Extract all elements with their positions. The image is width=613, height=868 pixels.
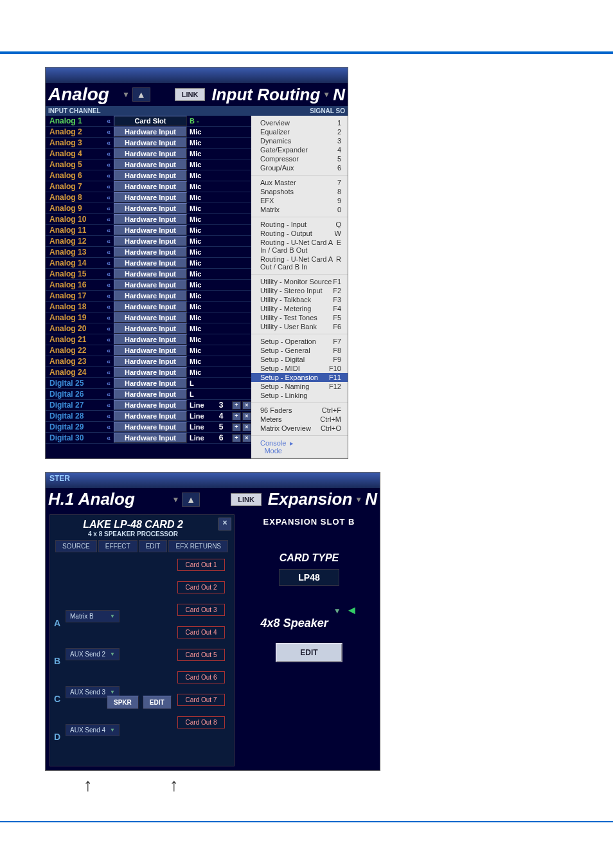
menu-item[interactable]: Gate/Expander4 <box>251 145 348 154</box>
channel-row[interactable]: Analog 13 « Hardware Input Mic <box>46 247 251 258</box>
menu-item[interactable]: Setup - NamingF12 <box>251 382 348 391</box>
channel-row[interactable]: Analog 7 « Hardware Input Mic <box>46 181 251 192</box>
menu-item[interactable]: EFX9 <box>251 196 348 205</box>
menu-item[interactable]: Utility - TalkbackF3 <box>251 295 348 304</box>
source-button[interactable]: Hardware Input <box>114 356 187 366</box>
channel-row[interactable]: Analog 12 « Hardware Input Mic <box>46 236 251 247</box>
menu-item[interactable]: Setup - DigitalF9 <box>251 355 348 364</box>
plus-button[interactable]: + <box>232 423 241 431</box>
menu-item[interactable]: Equalizer2 <box>251 127 348 136</box>
channel-row[interactable]: Digital 26 « Hardware Input L <box>46 389 251 400</box>
close-button[interactable]: × <box>242 434 251 442</box>
menu-item[interactable]: Setup - Linking <box>251 391 348 400</box>
card-type-value[interactable]: LP48 <box>279 569 339 586</box>
menu-item[interactable]: Routing - OutputW <box>251 229 348 238</box>
dropdown-icon[interactable]: ▼ <box>323 90 330 99</box>
menu-item[interactable]: Setup - GeneralF8 <box>251 346 348 355</box>
channel-row[interactable]: Digital 30 « Hardware Input Line 6+× <box>46 433 251 444</box>
channel-row[interactable]: Analog 5 « Hardware Input Mic <box>46 159 251 170</box>
edit-button[interactable]: EDIT <box>143 696 172 709</box>
source-button[interactable]: Hardware Input <box>114 312 187 323</box>
page-title[interactable]: Expansion <box>268 489 352 509</box>
channel-row[interactable]: Analog 23 « Hardware Input Mic <box>46 356 251 367</box>
menu-item[interactable]: Group/Aux6 <box>251 163 348 172</box>
channel-row[interactable]: Analog 4 « Hardware Input Mic <box>46 149 251 159</box>
menu-item[interactable]: Utility - Monitor SourceF1 <box>251 277 348 286</box>
plus-button[interactable]: + <box>232 412 241 420</box>
source-button[interactable]: Hardware Input <box>114 247 187 257</box>
source-button[interactable]: Hardware Input <box>114 181 187 192</box>
tab[interactable]: EDIT <box>139 540 168 552</box>
plus-button[interactable]: + <box>232 434 241 442</box>
menu-item[interactable]: Routing - U-Net Card A Out / Card B InR <box>251 255 348 271</box>
dropdown-icon[interactable]: ▼ <box>172 495 179 504</box>
menu-item[interactable]: Utility - Stereo InputF2 <box>251 286 348 295</box>
card-out-button[interactable]: Card Out 3 <box>177 604 225 616</box>
card-out-button[interactable]: Card Out 8 <box>177 716 225 728</box>
card-out-button[interactable]: Card Out 6 <box>177 671 225 683</box>
channel-row[interactable]: Analog 1 « Card Slot B - <box>46 116 251 127</box>
tab[interactable]: EFFECT <box>98 540 138 552</box>
channel-row[interactable]: Analog 8 « Hardware Input Mic <box>46 192 251 203</box>
dropdown-icon[interactable]: ▼ <box>122 90 130 99</box>
channel-row[interactable]: Digital 27 « Hardware Input Line 3+× <box>46 400 251 411</box>
channel-row[interactable]: Analog 20 « Hardware Input Mic <box>46 323 251 334</box>
source-button[interactable]: Hardware Input <box>114 334 187 345</box>
source-button[interactable]: Hardware Input <box>114 345 187 356</box>
channel-row[interactable]: Analog 19 « Hardware Input Mic <box>46 312 251 323</box>
channel-row[interactable]: Analog 21 « Hardware Input Mic <box>46 334 251 345</box>
channel-row[interactable]: Analog 10 « Hardware Input Mic <box>46 214 251 225</box>
channel-title[interactable]: H.1 Analog <box>48 489 169 509</box>
source-button[interactable]: Hardware Input <box>114 433 187 443</box>
menu-item[interactable]: Setup - ExpansionF11 <box>251 373 348 382</box>
channel-row[interactable]: Analog 14 « Hardware Input Mic <box>46 258 251 269</box>
source-button[interactable]: Hardware Input <box>114 367 187 377</box>
source-select[interactable]: AUX Send 2▼ <box>66 648 120 660</box>
channel-row[interactable]: Analog 24 « Hardware Input Mic <box>46 367 251 378</box>
source-button[interactable]: Hardware Input <box>114 280 187 290</box>
source-button[interactable]: Hardware Input <box>114 400 187 410</box>
channel-row[interactable]: Analog 11 « Hardware Input Mic <box>46 225 251 236</box>
edit-button[interactable]: EDIT <box>276 643 342 662</box>
source-button[interactable]: Hardware Input <box>114 258 187 268</box>
source-button[interactable]: Card Slot <box>114 116 187 126</box>
source-button[interactable]: Hardware Input <box>114 214 187 224</box>
source-button[interactable]: Hardware Input <box>114 389 187 399</box>
menu-item[interactable]: Matrix OverviewCtrl+O <box>251 424 348 433</box>
menu-item[interactable]: Console Mode <box>251 439 277 455</box>
source-button[interactable]: Hardware Input <box>114 159 187 170</box>
link-button[interactable]: LINK <box>175 88 206 101</box>
source-button[interactable]: Hardware Input <box>114 302 187 312</box>
speaker-mode[interactable]: 4x8 Speaker <box>261 617 328 630</box>
channel-row[interactable]: Analog 16 « Hardware Input Mic <box>46 280 251 291</box>
menu-item[interactable]: Dynamics3 <box>251 136 348 145</box>
source-button[interactable]: Hardware Input <box>114 149 187 159</box>
source-button[interactable]: Hardware Input <box>114 138 187 148</box>
source-button[interactable]: Hardware Input <box>114 291 187 301</box>
link-button[interactable]: LINK <box>231 493 262 506</box>
source-select[interactable]: Matrix B▼ <box>66 610 120 622</box>
card-tabs[interactable]: SOURCEEFFECTEDITEFX RETURNS <box>50 538 234 555</box>
menu-item[interactable]: Aux Master7 <box>251 178 348 187</box>
menu-item[interactable]: Setup - OperationF7 <box>251 337 348 346</box>
channel-row[interactable]: Digital 25 « Hardware Input L <box>46 378 251 389</box>
plus-button[interactable]: + <box>232 401 241 410</box>
source-button[interactable]: Hardware Input <box>114 236 187 246</box>
menu-item[interactable]: Routing - InputQ <box>251 220 348 229</box>
source-button[interactable]: Hardware Input <box>114 269 187 279</box>
menu-item[interactable]: Utility - User BankF6 <box>251 322 348 331</box>
context-menu[interactable]: Overview1Equalizer2Dynamics3Gate/Expande… <box>251 116 348 458</box>
card-out-button[interactable]: Card Out 1 <box>177 559 225 571</box>
menu-item[interactable]: Overview1 <box>251 118 348 127</box>
menu-item[interactable]: 96 FadersCtrl+F <box>251 406 348 415</box>
menu-item[interactable]: Compressor5 <box>251 154 348 163</box>
channel-row[interactable]: Digital 28 « Hardware Input Line 4+× <box>46 411 251 422</box>
close-button[interactable]: × <box>242 412 251 420</box>
menu-item[interactable]: Routing - U-Net Card A In / Card B OutE <box>251 238 348 255</box>
menu-item[interactable]: Setup - MIDIF10 <box>251 364 348 373</box>
card-out-button[interactable]: Card Out 2 <box>177 581 225 593</box>
source-select[interactable]: AUX Send 4▼ <box>66 724 120 736</box>
dropdown-icon[interactable]: ▼ <box>355 495 362 504</box>
channel-row[interactable]: Analog 17 « Hardware Input Mic <box>46 291 251 302</box>
spkr-button[interactable]: SPKR <box>107 696 139 709</box>
